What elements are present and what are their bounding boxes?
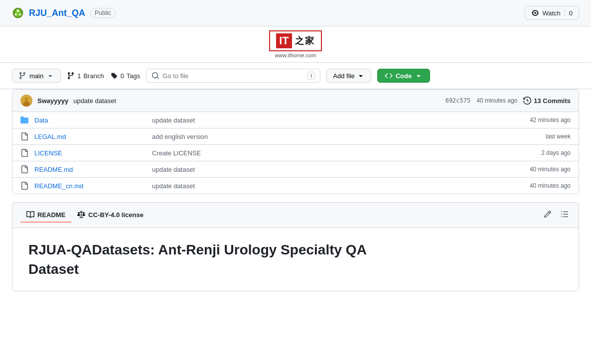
commits-link[interactable]: 13 Commits: [523, 97, 571, 105]
file-time: 42 minutes ago: [506, 117, 571, 123]
balance-icon: [77, 211, 85, 219]
book-icon: [26, 211, 34, 219]
watermark-it-text: IT: [276, 33, 292, 48]
add-file-button[interactable]: Add file: [326, 69, 371, 83]
tab-license[interactable]: CC-BY-4.0 license: [71, 208, 149, 223]
code-label: Code: [396, 72, 412, 80]
chevron-down-icon: [46, 72, 54, 80]
add-file-label: Add file: [333, 72, 354, 80]
readme-actions: [542, 209, 571, 221]
watermark-url: www.ithome.com: [275, 52, 316, 58]
tab-readme[interactable]: README: [20, 208, 71, 223]
watch-button[interactable]: Watch 0: [525, 6, 579, 20]
branch-count-icon: [67, 72, 75, 80]
search-input[interactable]: [162, 72, 304, 80]
repo-name[interactable]: RJU_Ant_QA: [29, 8, 85, 18]
commit-message: update dataset: [73, 97, 116, 105]
watch-button-group: Watch 0: [525, 6, 579, 20]
file-name[interactable]: README_cn.md: [34, 182, 144, 190]
commit-left: Swayyyyy update dataset: [20, 95, 116, 107]
file-icon: [20, 165, 34, 173]
commit-right: 692c575 40 minutes ago 13 Commits: [445, 97, 571, 105]
file-name[interactable]: LICENSE: [34, 149, 144, 157]
search-shortcut: t: [307, 72, 315, 80]
watch-count: 0: [565, 9, 573, 17]
file-name[interactable]: README.md: [34, 166, 144, 173]
file-commit-msg: Create LICENSE: [144, 149, 506, 157]
table-row: README.md update dataset 40 minutes ago: [12, 161, 579, 178]
branch-count-link[interactable]: 1 Branch: [67, 72, 104, 80]
readme-title-text: RJUA-QADatasets: Ant-Renji Urology Speci…: [28, 242, 367, 277]
tag-icon: [110, 72, 118, 80]
edit-readme-button[interactable]: [542, 209, 554, 221]
svg-point-7: [23, 102, 30, 107]
pencil-icon: [544, 210, 552, 218]
code-button[interactable]: Code: [377, 69, 431, 83]
tab-license-label: CC-BY-4.0 license: [88, 211, 144, 219]
file-search-box: t: [146, 69, 320, 83]
avatar-icon: [20, 95, 32, 107]
toc-readme-button[interactable]: [559, 209, 571, 221]
file-icon: [20, 182, 34, 190]
file-time: 40 minutes ago: [506, 182, 571, 189]
branch-count: 1: [77, 72, 81, 80]
repo-logo-icon: [12, 7, 24, 19]
svg-point-2: [17, 9, 19, 12]
public-badge: Public: [90, 8, 116, 18]
tab-readme-label: README: [37, 211, 65, 219]
avatar: [20, 95, 32, 107]
svg-point-4: [19, 13, 21, 15]
tag-count: 0: [121, 72, 124, 80]
readme-tabs: README CC-BY-4.0 license: [20, 208, 149, 223]
watermark-brand-text: 之家: [295, 35, 315, 47]
table-row: Data update dataset 42 minutes ago: [12, 112, 579, 128]
readme-title: RJUA-QADatasets: Ant-Renji Urology Speci…: [28, 240, 563, 279]
file-commit-msg: update dataset: [144, 166, 506, 173]
svg-point-3: [15, 13, 17, 15]
tag-label: Tags: [127, 72, 140, 80]
file-commit-msg: update dataset: [144, 117, 506, 124]
branch-selector[interactable]: main: [12, 69, 61, 83]
add-file-chevron-icon: [357, 72, 365, 80]
file-name[interactable]: LEGAL.md: [34, 133, 144, 140]
file-name[interactable]: Data: [34, 117, 144, 124]
watch-label: Watch: [542, 9, 560, 17]
watermark-box: IT 之家: [269, 30, 322, 51]
list-unordered-icon: [561, 210, 569, 218]
toolbar: main 1 Branch 0 Tags t Add file: [0, 63, 591, 89]
repo-header: RJU_Ant_QA Public Watch 0: [0, 0, 591, 26]
table-row: LEGAL.md add english version last week: [12, 128, 579, 145]
folder-icon: [20, 116, 34, 124]
readme-section: README CC-BY-4.0 license: [12, 202, 579, 291]
watermark-container: IT 之家 www.ithome.com: [0, 26, 591, 63]
file-commit-msg: update dataset: [144, 182, 506, 190]
readme-content: RJUA-QADatasets: Ant-Renji Urology Speci…: [12, 228, 579, 291]
commit-hash[interactable]: 692c575: [445, 97, 471, 104]
branch-icon: [18, 72, 26, 80]
code-chevron-icon: [415, 72, 423, 80]
tag-count-link[interactable]: 0 Tags: [110, 72, 141, 80]
branch-label: Branch: [83, 72, 104, 80]
commit-time: 40 minutes ago: [476, 97, 517, 104]
file-time: 40 minutes ago: [506, 166, 571, 173]
commits-count: 13 Commits: [534, 97, 571, 105]
branch-name: main: [29, 72, 43, 80]
search-icon: [151, 72, 159, 80]
file-time: 2 days ago: [506, 149, 571, 156]
svg-point-6: [24, 97, 28, 102]
table-row: LICENSE Create LICENSE 2 days ago: [12, 145, 579, 161]
repo-header-left: RJU_Ant_QA Public: [12, 7, 116, 19]
history-icon: [523, 97, 531, 105]
file-time: last week: [506, 133, 571, 140]
committer-name[interactable]: Swayyyyy: [37, 97, 68, 105]
code-icon: [385, 72, 393, 80]
file-icon: [20, 132, 34, 140]
file-commit-msg: add english version: [144, 133, 506, 140]
readme-header: README CC-BY-4.0 license: [12, 203, 579, 228]
commit-row: Swayyyyy update dataset 692c575 40 minut…: [12, 90, 579, 112]
file-icon: [20, 149, 34, 157]
table-row: README_cn.md update dataset 40 minutes a…: [12, 178, 579, 194]
file-table: Swayyyyy update dataset 692c575 40 minut…: [12, 89, 579, 194]
eye-icon: [531, 9, 539, 17]
